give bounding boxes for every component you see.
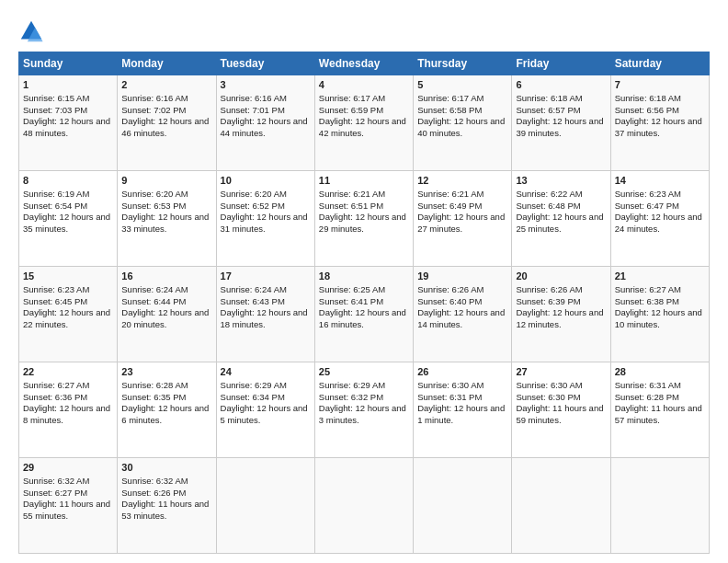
day-number: 29 [23,461,113,475]
day-number: 6 [516,78,606,92]
calendar-week-1: 1Sunrise: 6:15 AMSunset: 7:03 PMDaylight… [19,75,710,171]
sunset-text: Sunset: 6:54 PM [23,201,87,211]
calendar-cell: 23Sunrise: 6:28 AMSunset: 6:35 PMDayligh… [118,362,216,458]
calendar-header-row: SundayMondayTuesdayWednesdayThursdayFrid… [19,52,710,75]
calendar-cell [512,458,610,554]
sunset-text: Sunset: 6:58 PM [417,105,482,115]
calendar-week-3: 15Sunrise: 6:23 AMSunset: 6:45 PMDayligh… [19,267,710,362]
sunrise-text: Sunrise: 6:32 AM [23,476,89,486]
day-number: 4 [319,78,409,92]
day-number: 18 [319,270,409,283]
sunset-text: Sunset: 6:57 PM [516,105,580,115]
daylight-label: Daylight: 12 hours and 20 minutes. [121,307,209,329]
daylight-label: Daylight: 12 hours and 33 minutes. [121,212,209,234]
calendar-cell: 25Sunrise: 6:29 AMSunset: 6:32 PMDayligh… [314,362,413,458]
sunset-text: Sunset: 6:40 PM [417,296,482,306]
calendar-cell: 21Sunrise: 6:27 AMSunset: 6:38 PMDayligh… [610,267,709,362]
sunset-text: Sunset: 6:51 PM [319,201,383,211]
weekday-header-saturday: Saturday [610,52,709,75]
calendar-cell: 24Sunrise: 6:29 AMSunset: 6:34 PMDayligh… [216,362,314,458]
daylight-label: Daylight: 12 hours and 14 minutes. [417,307,505,329]
daylight-label: Daylight: 11 hours and 55 minutes. [23,499,110,521]
weekday-header-friday: Friday [512,52,610,75]
calendar-cell: 8Sunrise: 6:19 AMSunset: 6:54 PMDaylight… [19,171,118,267]
calendar-cell: 13Sunrise: 6:22 AMSunset: 6:48 PMDayligh… [512,171,610,267]
daylight-label: Daylight: 11 hours and 53 minutes. [121,499,209,521]
sunrise-text: Sunrise: 6:21 AM [417,189,483,199]
sunset-text: Sunset: 6:36 PM [23,392,87,402]
calendar-cell: 16Sunrise: 6:24 AMSunset: 6:44 PMDayligh… [118,267,216,362]
day-number: 2 [121,78,211,92]
day-number: 17 [221,270,311,283]
calendar-cell: 28Sunrise: 6:31 AMSunset: 6:28 PMDayligh… [610,362,709,458]
sunset-text: Sunset: 6:35 PM [121,392,186,402]
daylight-label: Daylight: 11 hours and 57 minutes. [615,403,702,425]
day-number: 14 [615,174,705,188]
calendar-cell: 6Sunrise: 6:18 AMSunset: 6:57 PMDaylight… [512,75,610,171]
calendar-cell [216,458,314,554]
sunset-text: Sunset: 6:48 PM [516,201,580,211]
calendar-cell: 19Sunrise: 6:26 AMSunset: 6:40 PMDayligh… [414,267,512,362]
day-number: 8 [23,174,113,188]
sunset-text: Sunset: 6:49 PM [417,201,482,211]
day-number: 16 [121,270,211,283]
day-number: 24 [221,365,311,379]
calendar-cell: 5Sunrise: 6:17 AMSunset: 6:58 PMDaylight… [414,75,512,171]
calendar-cell: 29Sunrise: 6:32 AMSunset: 6:27 PMDayligh… [19,458,118,554]
sunrise-text: Sunrise: 6:27 AM [23,380,89,390]
sunrise-text: Sunrise: 6:22 AM [516,189,582,199]
calendar-cell: 7Sunrise: 6:18 AMSunset: 6:56 PMDaylight… [610,75,709,171]
sunrise-text: Sunrise: 6:27 AM [615,284,681,294]
daylight-label: Daylight: 12 hours and 16 minutes. [319,307,406,329]
page: SundayMondayTuesdayWednesdayThursdayFrid… [0,0,728,563]
sunset-text: Sunset: 6:27 PM [23,488,87,498]
sunrise-text: Sunrise: 6:23 AM [23,284,89,294]
day-number: 1 [23,78,113,92]
daylight-label: Daylight: 12 hours and 22 minutes. [23,307,110,329]
sunset-text: Sunset: 6:30 PM [516,392,580,402]
daylight-label: Daylight: 12 hours and 5 minutes. [221,403,308,425]
calendar-week-4: 22Sunrise: 6:27 AMSunset: 6:36 PMDayligh… [19,362,710,458]
sunset-text: Sunset: 6:52 PM [221,201,285,211]
day-number: 22 [23,365,113,379]
sunrise-text: Sunrise: 6:24 AM [121,284,188,294]
calendar-cell: 15Sunrise: 6:23 AMSunset: 6:45 PMDayligh… [19,267,118,362]
day-number: 20 [516,270,606,283]
calendar-cell: 18Sunrise: 6:25 AMSunset: 6:41 PMDayligh… [314,267,413,362]
day-number: 21 [615,270,705,283]
header [18,15,710,44]
sunrise-text: Sunrise: 6:32 AM [121,476,188,486]
sunrise-text: Sunrise: 6:24 AM [221,284,287,294]
calendar-cell: 27Sunrise: 6:30 AMSunset: 6:30 PMDayligh… [512,362,610,458]
sunset-text: Sunset: 6:39 PM [516,296,580,306]
calendar-cell: 11Sunrise: 6:21 AMSunset: 6:51 PMDayligh… [314,171,413,267]
day-number: 9 [121,174,211,188]
weekday-header-sunday: Sunday [19,52,118,75]
sunrise-text: Sunrise: 6:20 AM [221,189,287,199]
calendar-cell: 14Sunrise: 6:23 AMSunset: 6:47 PMDayligh… [610,171,709,267]
calendar-cell [414,458,512,554]
calendar-cell: 2Sunrise: 6:16 AMSunset: 7:02 PMDaylight… [118,75,216,171]
sunrise-text: Sunrise: 6:30 AM [417,380,483,390]
daylight-label: Daylight: 12 hours and 10 minutes. [615,307,702,329]
calendar-cell: 30Sunrise: 6:32 AMSunset: 6:26 PMDayligh… [118,458,216,554]
calendar-cell: 10Sunrise: 6:20 AMSunset: 6:52 PMDayligh… [216,171,314,267]
day-number: 19 [417,270,507,283]
calendar-cell: 12Sunrise: 6:21 AMSunset: 6:49 PMDayligh… [414,171,512,267]
sunrise-text: Sunrise: 6:26 AM [417,284,483,294]
calendar-week-5: 29Sunrise: 6:32 AMSunset: 6:27 PMDayligh… [19,458,710,554]
sunrise-text: Sunrise: 6:17 AM [319,93,385,103]
day-number: 5 [417,78,507,92]
daylight-label: Daylight: 12 hours and 40 minutes. [417,116,505,138]
calendar-cell: 1Sunrise: 6:15 AMSunset: 7:03 PMDaylight… [19,75,118,171]
sunset-text: Sunset: 6:26 PM [121,488,186,498]
sunset-text: Sunset: 6:56 PM [615,105,679,115]
sunrise-text: Sunrise: 6:17 AM [417,93,483,103]
calendar-cell: 9Sunrise: 6:20 AMSunset: 6:53 PMDaylight… [118,171,216,267]
calendar-cell: 17Sunrise: 6:24 AMSunset: 6:43 PMDayligh… [216,267,314,362]
sunset-text: Sunset: 7:01 PM [221,105,285,115]
daylight-label: Daylight: 12 hours and 31 minutes. [221,212,308,234]
sunrise-text: Sunrise: 6:29 AM [319,380,385,390]
sunset-text: Sunset: 6:34 PM [221,392,285,402]
sunrise-text: Sunrise: 6:26 AM [516,284,582,294]
